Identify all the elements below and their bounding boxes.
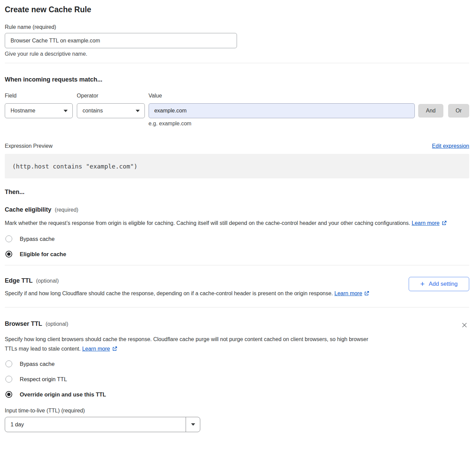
browser-ttl-title: Browser TTL bbox=[5, 320, 42, 328]
value-label: Value bbox=[149, 92, 415, 100]
chevron-down-icon bbox=[64, 110, 68, 112]
field-select[interactable]: Hostname bbox=[5, 103, 73, 118]
value-input[interactable]: example.com bbox=[149, 103, 415, 118]
ttl-select-value: 1 day bbox=[5, 417, 186, 432]
radio-circle-icon bbox=[5, 235, 12, 242]
operator-select-value: contains bbox=[83, 108, 103, 114]
close-icon bbox=[461, 322, 468, 329]
ttl-select[interactable]: 1 day bbox=[5, 417, 200, 432]
close-browser-ttl-button[interactable] bbox=[460, 320, 469, 331]
browser-ttl-description-text: Specify how long client browsers should … bbox=[5, 336, 368, 352]
rule-name-value: Browser Cache TTL on example.com bbox=[11, 38, 100, 44]
radio-label: Eligible for cache bbox=[20, 251, 66, 258]
cache-eligibility-radio-group: Bypass cache Eligible for cache bbox=[5, 235, 469, 258]
field-label: Field bbox=[5, 92, 73, 100]
browser-ttl-radio-group: Bypass cache Respect origin TTL Override… bbox=[5, 360, 469, 398]
radio-circle-icon bbox=[5, 251, 12, 258]
expression-preview-code: (http.host contains "example.com") bbox=[5, 154, 469, 178]
browser-ttl-optional-badge: (optional) bbox=[46, 321, 68, 327]
edge-ttl-description: Specify if and how long Cloudflare shoul… bbox=[5, 289, 375, 298]
value-help: e.g. example.com bbox=[149, 120, 415, 127]
edge-ttl-learn-more-link[interactable]: Learn more bbox=[335, 290, 362, 296]
then-heading: Then... bbox=[5, 188, 469, 196]
value-input-text: example.com bbox=[154, 108, 187, 114]
rule-name-label: Rule name (required) bbox=[5, 23, 469, 31]
create-cache-rule-page: Create new Cache Rule Rule name (require… bbox=[0, 0, 476, 432]
operator-label: Operator bbox=[77, 92, 145, 100]
ttl-select-arrow-button[interactable] bbox=[186, 417, 200, 432]
radio-label: Override origin and use this TTL bbox=[20, 391, 106, 398]
browser-ttl-learn-more-link[interactable]: Learn more bbox=[82, 346, 110, 352]
radio-override-origin-ttl[interactable]: Override origin and use this TTL bbox=[5, 391, 469, 398]
radio-circle-icon bbox=[5, 360, 12, 367]
page-title: Create new Cache Rule bbox=[5, 5, 469, 14]
field-select-value: Hostname bbox=[11, 108, 35, 114]
cache-eligibility-description: Mark whether the request’s response from… bbox=[5, 218, 460, 228]
or-button[interactable]: Or bbox=[448, 104, 469, 118]
external-link-icon bbox=[442, 220, 447, 226]
radio-circle-icon bbox=[5, 376, 12, 383]
cache-eligibility-learn-more-link[interactable]: Learn more bbox=[412, 220, 440, 226]
radio-eligible-for-cache[interactable]: Eligible for cache bbox=[5, 251, 469, 258]
radio-label: Respect origin TTL bbox=[20, 376, 67, 383]
rule-name-input[interactable]: Browser Cache TTL on example.com bbox=[5, 33, 237, 48]
cache-eligibility-title: Cache eligibility bbox=[5, 206, 51, 214]
expression-code-text: (http.host contains "example.com") bbox=[12, 163, 137, 170]
add-setting-label: Add setting bbox=[429, 281, 458, 287]
divider bbox=[5, 63, 469, 63]
external-link-icon bbox=[112, 346, 117, 351]
and-button[interactable]: And bbox=[418, 104, 443, 118]
ttl-input-label: Input time-to-live (TTL) (required) bbox=[5, 407, 469, 414]
match-section-heading: When incoming requests match... bbox=[5, 75, 469, 84]
cache-eligibility-description-text: Mark whether the request’s response from… bbox=[5, 220, 410, 226]
cache-eligibility-required-badge: (required) bbox=[55, 207, 78, 213]
divider bbox=[5, 265, 469, 265]
radio-respect-origin-ttl[interactable]: Respect origin TTL bbox=[5, 376, 469, 383]
radio-circle-icon bbox=[5, 391, 12, 398]
edit-expression-link[interactable]: Edit expression bbox=[432, 142, 469, 150]
operator-select[interactable]: contains bbox=[77, 103, 145, 118]
browser-ttl-description: Specify how long client browsers should … bbox=[5, 335, 375, 354]
radio-label: Bypass cache bbox=[20, 361, 55, 367]
radio-bypass-cache[interactable]: Bypass cache bbox=[5, 360, 469, 367]
divider bbox=[5, 307, 469, 307]
edge-ttl-title: Edge TTL bbox=[5, 277, 33, 285]
external-link-icon bbox=[364, 291, 369, 296]
expression-preview-label: Expression Preview bbox=[5, 142, 53, 150]
edge-ttl-optional-badge: (optional) bbox=[36, 278, 59, 284]
rule-name-help: Give your rule a descriptive name. bbox=[5, 50, 469, 58]
plus-icon: + bbox=[420, 280, 425, 288]
radio-bypass-cache[interactable]: Bypass cache bbox=[5, 235, 469, 242]
chevron-down-icon bbox=[191, 423, 195, 426]
expression-builder-row: Field Hostname Operator contains Value e… bbox=[5, 92, 469, 127]
chevron-down-icon bbox=[136, 110, 140, 112]
radio-label: Bypass cache bbox=[20, 236, 55, 242]
add-setting-button[interactable]: + Add setting bbox=[409, 277, 469, 291]
edge-ttl-description-text: Specify if and how long Cloudflare shoul… bbox=[5, 290, 333, 296]
